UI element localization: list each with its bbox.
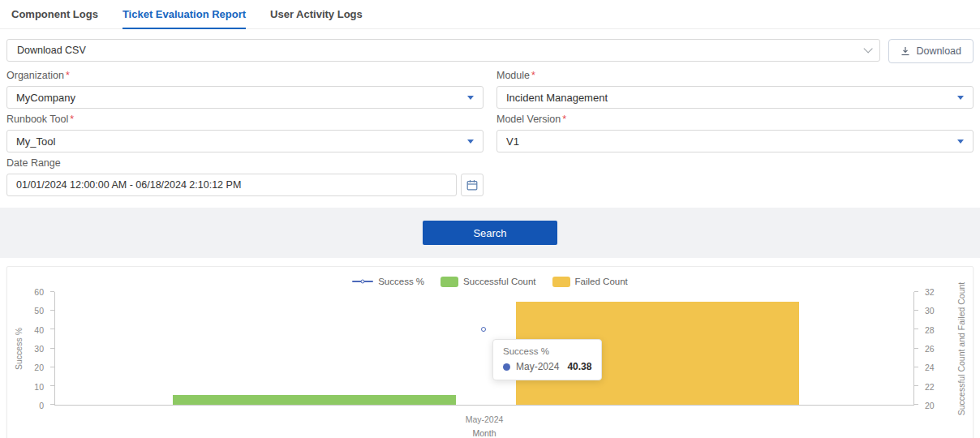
legend-item-success-pct[interactable]: Success % (352, 277, 424, 286)
left-axis-tick-label: 30 (34, 344, 44, 354)
module-value: Incident Management (506, 92, 608, 104)
left-axis-tick-label: 40 (34, 325, 44, 335)
right-axis-ticks: 20222426283032 (919, 292, 973, 406)
tab-component-logs[interactable]: Component Logs (11, 8, 98, 28)
model-version-field: Model Version* V1 (496, 114, 974, 152)
legend-label-successful-count: Successful Count (463, 277, 536, 286)
export-format-select[interactable]: Download CSV (6, 39, 880, 62)
legend-label-success-pct: Success % (378, 277, 424, 286)
right-axis-tick-label: 28 (925, 325, 935, 335)
right-axis-tick-label: 22 (925, 382, 935, 392)
tooltip-series-name: Success % (503, 346, 591, 356)
runbook-tool-value: My_Tool (16, 135, 55, 148)
left-axis-tick-mark (50, 385, 54, 386)
legend-item-successful-count[interactable]: Successful Count (441, 277, 536, 287)
date-range-value: 01/01/2024 12:00:00 AM - 06/18/2024 2:10… (16, 179, 241, 191)
left-axis-tick-label: 60 (34, 287, 44, 297)
runbook-tool-field: Runbook Tool* My_Tool (6, 114, 484, 152)
calendar-button[interactable] (461, 174, 484, 196)
tab-ticket-evaluation-report[interactable]: Ticket Evaluation Report (122, 8, 246, 29)
left-axis-tick-label: 0 (39, 401, 44, 410)
right-axis-tick-mark (914, 348, 918, 349)
left-axis-tick-mark (50, 291, 54, 292)
legend-item-failed-count[interactable]: Failed Count (552, 277, 628, 287)
left-axis-tick-mark (50, 310, 54, 311)
caret-down-icon (467, 140, 474, 144)
download-label: Download (916, 45, 961, 57)
date-range-label: Date Range (6, 157, 484, 169)
left-axis-tick-mark (50, 348, 54, 349)
left-axis-tick-label: 10 (34, 382, 44, 392)
search-button[interactable]: Search (423, 221, 557, 245)
x-axis-title: Month (54, 428, 914, 438)
series-dot-icon (503, 363, 510, 371)
line-marker-icon (361, 280, 365, 284)
right-axis-tick-mark (914, 404, 918, 405)
left-axis-tick-mark (50, 404, 54, 405)
tab-user-activity-logs[interactable]: User Activity Logs (270, 8, 363, 28)
right-axis-tick-mark (914, 328, 918, 329)
required-asterisk: * (562, 114, 566, 125)
chart-legend: Success % Successful Count Failed Count (7, 267, 973, 287)
right-axis-tick-mark (914, 310, 918, 311)
model-version-value: V1 (506, 135, 519, 148)
download-icon (900, 46, 910, 56)
required-asterisk: * (66, 70, 70, 81)
export-row: Download CSV Download (6, 39, 974, 63)
right-axis-tick-mark (914, 367, 918, 367)
organization-select[interactable]: MyCompany (6, 86, 484, 109)
search-band: Search (0, 208, 980, 258)
tooltip-value: 40.38 (567, 361, 591, 372)
left-axis-tick-mark (50, 328, 54, 329)
right-axis-tick-label: 26 (925, 344, 935, 354)
x-axis-labels: May-2024 Month (54, 414, 914, 438)
required-asterisk: * (70, 114, 74, 125)
chart-tooltip: Success % May-2024 40.38 (492, 339, 602, 380)
left-axis-tick-label: 50 (34, 306, 44, 316)
left-axis-ticks: 0102030405060 (7, 292, 49, 406)
date-range-field: Date Range 01/01/2024 12:00:00 AM - 06/1… (6, 157, 484, 196)
x-axis-tick-label: May-2024 (54, 414, 914, 424)
module-field: Module* Incident Management (496, 70, 974, 109)
organization-value: MyCompany (16, 92, 75, 104)
calendar-icon (466, 179, 478, 191)
caret-down-icon (957, 96, 964, 100)
date-range-wrap: 01/01/2024 12:00:00 AM - 06/18/2024 2:10… (6, 174, 484, 196)
download-button[interactable]: Download (888, 39, 974, 63)
chart-card: Success % Successful Count Failed Count … (6, 266, 974, 438)
chevron-down-icon (864, 44, 873, 53)
left-axis-tick-mark (50, 367, 54, 367)
caret-down-icon (467, 96, 474, 100)
module-label: Module* (496, 70, 974, 81)
chart-plot: Success % May-2024 40.38 (54, 292, 914, 406)
tooltip-row: May-2024 40.38 (503, 361, 591, 372)
runbook-tool-label: Runbook Tool* (6, 114, 484, 125)
right-axis-tick-label: 24 (925, 363, 935, 372)
left-axis-tick-label: 20 (34, 363, 44, 372)
caret-down-icon (957, 140, 964, 144)
right-axis-tick-label: 32 (925, 287, 935, 297)
organization-label: Organization* (6, 70, 484, 81)
right-axis-tick-label: 30 (925, 306, 935, 316)
line-point-marker[interactable] (481, 327, 486, 332)
model-version-select[interactable]: V1 (496, 130, 974, 152)
export-format-value: Download CSV (17, 45, 86, 56)
bar-swatch-icon (552, 277, 570, 287)
tab-bar: Component Logs Ticket Evaluation Report … (0, 0, 980, 29)
right-axis-tick-mark (914, 291, 918, 292)
bar-swatch-icon (441, 277, 458, 287)
required-asterisk: * (531, 70, 535, 81)
chart-body: Success % Successful Count and Failed Co… (7, 287, 973, 438)
line-series-icon (352, 281, 373, 282)
legend-label-failed-count: Failed Count (575, 277, 628, 286)
right-axis-tick-label: 20 (925, 401, 935, 410)
filter-form: Organization* MyCompany Module* Incident… (6, 70, 974, 196)
tooltip-category: May-2024 (516, 361, 559, 372)
organization-field: Organization* MyCompany (6, 70, 484, 109)
bar-successful-count[interactable] (173, 395, 456, 405)
module-select[interactable]: Incident Management (496, 86, 974, 109)
right-axis-tick-mark (914, 385, 918, 386)
runbook-tool-select[interactable]: My_Tool (6, 130, 484, 152)
date-range-input[interactable]: 01/01/2024 12:00:00 AM - 06/18/2024 2:10… (6, 174, 457, 196)
model-version-label: Model Version* (496, 114, 974, 125)
